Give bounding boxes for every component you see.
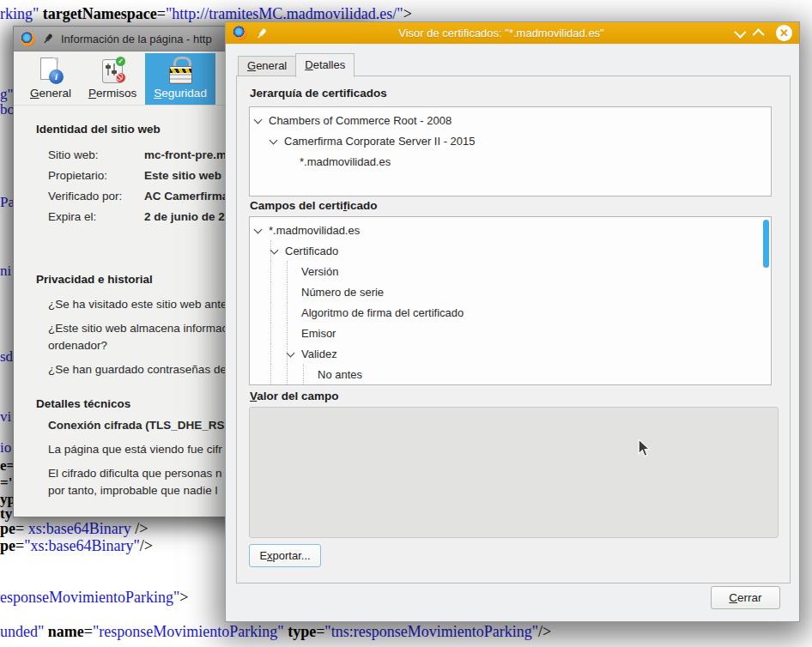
xml-text-fragment: =' bbox=[0, 475, 12, 492]
tree-item[interactable]: Versión bbox=[250, 261, 771, 281]
tree-item-label: Camerfirma Corporate Server II - 2015 bbox=[284, 135, 476, 148]
cert-viewer-title: Visor de certificados: "*.madmovilidad.e… bbox=[276, 27, 726, 39]
firefox-icon bbox=[233, 26, 247, 40]
maximize-icon[interactable] bbox=[753, 28, 765, 40]
tab-label: General bbox=[30, 87, 71, 100]
tree-item-label: Emisor bbox=[301, 327, 336, 340]
tree-item[interactable]: Validez bbox=[250, 343, 771, 364]
row-label: Verificado por: bbox=[48, 190, 144, 203]
pin-icon[interactable] bbox=[42, 33, 54, 45]
security-lock-icon bbox=[167, 57, 194, 84]
tree-item-label: Algoritmo de firma del certificado bbox=[301, 306, 464, 319]
field-value-label: Valor del campo bbox=[250, 390, 339, 402]
xml-text-line: rking" targetNamespace="http://tramitesM… bbox=[0, 5, 412, 22]
tab-label: Seguridad bbox=[154, 87, 207, 100]
xml-text-line: pe= xs:base64Binary /> bbox=[0, 520, 148, 537]
xml-text-line: unded" name="responseMovimientoParking" … bbox=[0, 623, 551, 640]
row-label: Expira el: bbox=[48, 210, 144, 223]
pin-icon[interactable] bbox=[256, 27, 268, 39]
tab-general[interactable]: General bbox=[238, 56, 296, 76]
tab-detalles[interactable]: Detalles bbox=[295, 53, 354, 77]
detalles-tab-panel: Jerarquía de certificados Chambers of Co… bbox=[236, 76, 791, 584]
tree-item[interactable]: Emisor bbox=[250, 323, 771, 343]
tree-item[interactable]: Camerfirma Corporate Server II - 2015 bbox=[250, 130, 771, 151]
tree-item-label: *.madmovilidad.es bbox=[269, 224, 360, 237]
close-window-icon[interactable]: ✕ bbox=[776, 25, 792, 41]
row-label: Sitio web: bbox=[48, 148, 144, 161]
tree-item-label: Validez bbox=[301, 348, 337, 360]
expander-chevron-icon[interactable] bbox=[270, 245, 279, 254]
xml-text-fragment: io bbox=[0, 439, 11, 457]
expander-chevron-icon[interactable] bbox=[287, 348, 295, 357]
scrollbar-thumb[interactable] bbox=[763, 220, 769, 268]
export-button[interactable]: Exportar... bbox=[249, 544, 321, 567]
tab-permisos[interactable]: ✓⃠ Permisos bbox=[80, 53, 145, 105]
cert-viewer-titlebar: Visor de certificados: "*.madmovilidad.e… bbox=[226, 22, 799, 44]
xml-text-fragment: g" bbox=[0, 86, 13, 103]
row-value: mc-front-pre.m bbox=[144, 148, 227, 161]
tree-item-label: *.madmovilidad.es bbox=[300, 155, 391, 168]
mouse-cursor bbox=[637, 438, 651, 461]
tree-item-label: Versión bbox=[301, 265, 338, 278]
tree-item[interactable]: *.madmovilidad.es bbox=[250, 220, 771, 240]
xml-text-fragment: sd bbox=[0, 348, 13, 366]
xml-text-line: responseMovimientoParking"> bbox=[0, 589, 188, 606]
row-label: Propietario: bbox=[48, 169, 144, 182]
tree-item-label: Chambers of Commerce Root - 2008 bbox=[269, 114, 451, 127]
fields-label: Campos del certificado bbox=[250, 199, 378, 212]
tree-item[interactable]: Algoritmo de firma del certificado bbox=[250, 302, 771, 323]
certificate-fields-tree: *.madmovilidad.esCertificadoVersiónNúmer… bbox=[249, 216, 772, 385]
row-value: 2 de junio de 2 bbox=[144, 210, 225, 223]
minimize-icon[interactable] bbox=[734, 26, 746, 38]
row-value: Este sitio web bbox=[144, 169, 221, 182]
expander-chevron-icon[interactable] bbox=[270, 136, 278, 144]
tab-general[interactable]: i General bbox=[21, 53, 80, 105]
tree-item-label: Número de serie bbox=[301, 286, 384, 299]
document-info-icon: i bbox=[37, 57, 64, 84]
firefox-icon bbox=[21, 32, 35, 46]
tab-label: Permisos bbox=[88, 87, 136, 100]
tree-item[interactable]: Chambers of Commerce Root - 2008 bbox=[250, 110, 771, 130]
close-button[interactable]: Cerrar bbox=[711, 586, 780, 609]
tree-item[interactable]: Certificado bbox=[250, 240, 771, 261]
expander-chevron-icon[interactable] bbox=[254, 225, 263, 233]
tree-item-label: Certificado bbox=[285, 245, 338, 257]
xml-text-fragment: vi bbox=[0, 408, 11, 426]
tree-item[interactable]: Número de serie bbox=[250, 281, 771, 302]
tree-item[interactable]: *.madmovilidad.es bbox=[250, 151, 771, 172]
xml-text-line: pe="xs:base64Binary"/> bbox=[0, 537, 153, 554]
cert-viewer-tabstrip: General Detalles bbox=[238, 53, 354, 76]
page-info-title: Información de la página - http bbox=[61, 33, 212, 45]
row-value: AC Camerfirma bbox=[144, 190, 228, 203]
hierarchy-label: Jerarquía de certificados bbox=[250, 87, 387, 100]
xml-text-fragment: ni bbox=[0, 263, 11, 280]
certificate-hierarchy-tree: Chambers of Commerce Root - 2008Camerfir… bbox=[249, 106, 772, 197]
tree-item-label: No antes bbox=[318, 368, 362, 381]
field-value-textarea[interactable] bbox=[249, 407, 779, 538]
tree-item[interactable]: No antes bbox=[250, 364, 771, 384]
permissions-icon: ✓⃠ bbox=[99, 57, 126, 84]
certificate-viewer-dialog: Visor de certificados: "*.madmovilidad.e… bbox=[225, 21, 800, 622]
tab-seguridad[interactable]: Seguridad bbox=[145, 53, 215, 105]
expander-chevron-icon[interactable] bbox=[254, 115, 263, 124]
